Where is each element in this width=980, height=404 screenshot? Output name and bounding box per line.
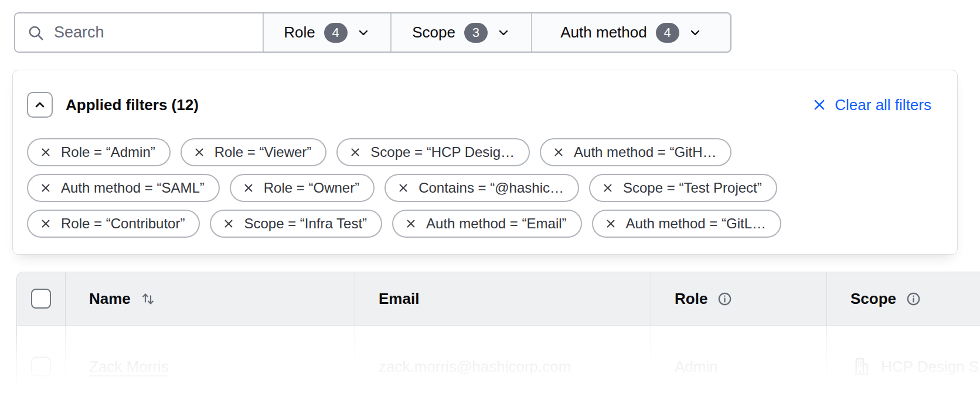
remove-filter-icon[interactable]	[39, 217, 52, 230]
filter-pill[interactable]: Role = “Contributor”	[27, 210, 200, 238]
search-input[interactable]	[54, 23, 251, 42]
collapse-button[interactable]	[27, 92, 53, 118]
select-all-checkbox[interactable]	[31, 289, 51, 309]
user-role-cell: Admin	[651, 326, 826, 404]
info-icon[interactable]	[906, 291, 921, 307]
column-label: Scope	[850, 290, 896, 308]
remove-filter-icon[interactable]	[242, 182, 255, 194]
users-table: Name Email Role Scope Zack Morris	[16, 272, 980, 404]
filter-dropdown-label: Role	[284, 23, 315, 42]
filter-pill-label: Scope = “Infra Test”	[244, 215, 367, 232]
filter-dropdown-scope[interactable]: Scope 3	[390, 13, 531, 52]
filter-pills: Role = “Admin” Role = “Viewer” Scope = “…	[27, 138, 943, 238]
filter-pill-row: Role = “Admin” Role = “Viewer” Scope = “…	[27, 138, 943, 166]
applied-filters-header: Applied filters (12) Clear all filters	[27, 92, 943, 118]
filter-pill[interactable]: Auth method = “Email”	[392, 210, 581, 238]
user-scope-cell: HCP Design S	[826, 326, 980, 404]
filter-pill[interactable]: Auth method = “SAML”	[27, 174, 220, 202]
filter-pill-label: Scope = “HCP Desig…	[370, 144, 515, 160]
table-row: Zack Morris zack.morris@hashicorp.com Ad…	[17, 326, 980, 404]
chevron-down-icon	[496, 26, 511, 40]
filter-pill-label: Role = “Viewer”	[215, 144, 312, 160]
user-email-cell: zack.morris@hashicorp.com	[355, 326, 651, 404]
applied-filters-panel: Applied filters (12) Clear all filters R…	[12, 70, 958, 255]
filter-pill[interactable]: Role = “Owner”	[230, 174, 375, 202]
filter-pill[interactable]: Role = “Viewer”	[181, 138, 327, 166]
count-badge: 3	[464, 23, 488, 43]
filter-pill[interactable]: Role = “Admin”	[27, 138, 171, 166]
user-name-link[interactable]: Zack Morris	[89, 358, 169, 376]
clear-all-filters-label: Clear all filters	[835, 96, 931, 114]
filter-pill-label: Auth method = “GitH…	[574, 144, 716, 160]
user-email: zack.morris@hashicorp.com	[379, 358, 571, 376]
chevron-down-icon	[688, 26, 702, 40]
chevron-down-icon	[356, 26, 370, 40]
remove-filter-icon[interactable]	[552, 146, 565, 159]
user-role: Admin	[675, 358, 718, 376]
remove-filter-icon[interactable]	[349, 146, 362, 159]
search-icon	[27, 24, 45, 42]
select-all-cell	[17, 272, 65, 325]
column-header-email: Email	[355, 272, 651, 325]
search-box[interactable]	[15, 13, 263, 52]
column-header-scope: Scope	[826, 272, 980, 325]
filter-pill-row: Role = “Contributor” Scope = “Infra Test…	[27, 210, 943, 238]
filter-toolbar: Role 4 Scope 3 Auth method 4	[14, 12, 731, 53]
column-label: Role	[675, 290, 707, 308]
filter-dropdown-label: Auth method	[560, 23, 646, 42]
column-label: Email	[379, 290, 419, 308]
remove-filter-icon[interactable]	[601, 182, 614, 194]
filter-pill-label: Auth method = “Email”	[426, 215, 566, 232]
filter-pill-label: Scope = “Test Project”	[623, 180, 762, 196]
filter-pill[interactable]: Scope = “HCP Desig…	[336, 138, 530, 166]
remove-filter-icon[interactable]	[397, 182, 410, 194]
filter-dropdown-role[interactable]: Role 4	[263, 13, 390, 52]
row-checkbox[interactable]	[31, 357, 51, 376]
filter-pill-label: Contains = “@hashic…	[418, 180, 564, 196]
count-badge: 4	[324, 23, 348, 43]
remove-filter-icon[interactable]	[222, 217, 235, 230]
filter-pill[interactable]: Auth method = “GitH…	[540, 138, 731, 166]
filter-pill-label: Auth method = “GitL…	[626, 215, 766, 232]
column-header-role: Role	[651, 272, 826, 325]
remove-filter-icon[interactable]	[39, 146, 52, 159]
table-header-row: Name Email Role Scope	[17, 272, 980, 326]
filter-pill[interactable]: Auth method = “GitL…	[592, 210, 781, 238]
chevron-up-icon	[33, 98, 47, 112]
filter-pill-label: Role = “Admin”	[61, 144, 155, 160]
filter-dropdown-label: Scope	[412, 23, 455, 42]
org-building-icon	[850, 356, 872, 377]
user-scope: HCP Design S	[881, 358, 979, 376]
filter-dropdown-auth-method[interactable]: Auth method 4	[531, 13, 730, 52]
filter-pill[interactable]: Scope = “Infra Test”	[210, 210, 382, 238]
info-icon[interactable]	[717, 291, 733, 307]
filter-pill[interactable]: Scope = “Test Project”	[589, 174, 777, 202]
column-header-name[interactable]: Name	[65, 272, 355, 325]
filter-pill-label: Role = “Contributor”	[61, 215, 185, 232]
remove-filter-icon[interactable]	[193, 146, 206, 159]
remove-filter-icon[interactable]	[39, 182, 52, 194]
clear-all-filters-button[interactable]: Clear all filters	[812, 96, 931, 114]
remove-filter-icon[interactable]	[404, 217, 417, 230]
row-select-cell	[17, 326, 65, 404]
count-badge: 4	[656, 23, 679, 43]
remove-filter-icon[interactable]	[604, 217, 617, 230]
clear-x-icon	[812, 97, 827, 112]
filter-pill[interactable]: Contains = “@hashic…	[384, 174, 579, 202]
sort-icon[interactable]	[140, 291, 156, 307]
filter-pill-row: Auth method = “SAML” Role = “Owner” Cont…	[27, 174, 943, 202]
filter-pill-label: Role = “Owner”	[264, 180, 359, 196]
user-name-cell: Zack Morris	[65, 326, 355, 404]
filter-pill-label: Auth method = “SAML”	[61, 180, 205, 196]
column-label: Name	[89, 290, 131, 308]
applied-filters-title: Applied filters (12)	[66, 96, 199, 114]
